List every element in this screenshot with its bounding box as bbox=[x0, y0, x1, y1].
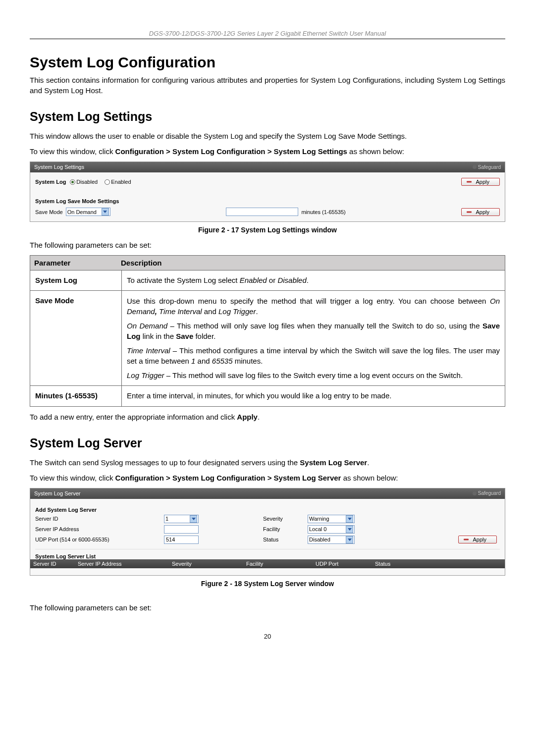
server-list-header: Server ID Server IP Address Severity Fac… bbox=[30, 559, 505, 568]
page-title: System Log Configuration bbox=[30, 54, 505, 71]
status-label: Status bbox=[263, 537, 308, 542]
table-row: Save Mode Use this drop-down menu to spe… bbox=[30, 291, 505, 386]
after-table-note: To add a new entry, enter the appropriat… bbox=[30, 412, 505, 422]
figure1-caption: Figure 2 - 17 System Log Settings window bbox=[30, 226, 505, 234]
server-list-section-label: System Log Server List bbox=[35, 553, 500, 559]
manual-header: DGS-3700-12/DGS-3700-12G Series Layer 2 … bbox=[30, 30, 505, 39]
save-mode-label: Save Mode bbox=[35, 209, 63, 215]
page-number: 20 bbox=[30, 633, 505, 640]
server-ip-label: Server IP Address bbox=[35, 526, 164, 532]
severity-select[interactable]: Warning bbox=[308, 515, 355, 523]
table-row: System Log To activate the System Log se… bbox=[30, 270, 505, 291]
params-intro-2: The following parameters can be set: bbox=[30, 602, 505, 613]
system-log-server-window: System Log Server Safeguard Add System L… bbox=[30, 488, 505, 576]
parameter-table-1: ParameterDescription System Log To activ… bbox=[30, 255, 505, 407]
add-server-section-label: Add System Log Server bbox=[35, 507, 500, 513]
window-title-bar: System Log Server Safeguard bbox=[30, 488, 505, 499]
server-ip-input[interactable] bbox=[164, 525, 199, 534]
window-title: System Log Server bbox=[34, 490, 81, 496]
apply-button-save-mode[interactable]: Apply bbox=[461, 208, 500, 216]
udp-port-input[interactable] bbox=[164, 536, 199, 544]
params-intro: The following parameters can be set: bbox=[30, 240, 505, 250]
table-row: Minutes (1-65535) Enter a time interval,… bbox=[30, 386, 505, 406]
chevron-down-icon bbox=[346, 515, 353, 523]
chevron-down-icon bbox=[102, 208, 109, 216]
intro-paragraph: This section contains information for co… bbox=[30, 75, 505, 96]
facility-select[interactable]: Local 0 bbox=[308, 525, 355, 534]
chevron-down-icon bbox=[346, 526, 353, 533]
safeguard-badge: Safeguard bbox=[473, 490, 501, 496]
server-id-select[interactable]: 1 bbox=[164, 515, 199, 523]
udp-port-label: UDP Port (514 or 6000-65535) bbox=[35, 537, 164, 542]
section2-p2: To view this window, click Configuration… bbox=[30, 473, 505, 483]
chevron-down-icon bbox=[190, 515, 197, 523]
minutes-input[interactable] bbox=[226, 208, 298, 216]
apply-button-server[interactable]: Apply bbox=[458, 536, 497, 543]
section1-p1: This window allows the user to enable or… bbox=[30, 131, 505, 141]
save-mode-select[interactable]: On Demand bbox=[66, 208, 110, 216]
safeguard-icon bbox=[473, 165, 477, 169]
window-title-bar: System Log Settings Safeguard bbox=[30, 162, 505, 172]
save-mode-section-label: System Log Save Mode Settings bbox=[35, 198, 500, 204]
param-header: ParameterDescription bbox=[30, 256, 505, 270]
section1-p2: To view this window, click Configuration… bbox=[30, 146, 505, 157]
facility-label: Facility bbox=[263, 526, 308, 532]
section-heading-settings: System Log Settings bbox=[30, 109, 505, 124]
safeguard-icon bbox=[473, 491, 477, 495]
radio-enabled[interactable]: Enabled bbox=[105, 179, 131, 185]
window-title: System Log Settings bbox=[34, 164, 84, 170]
status-select[interactable]: Disabled bbox=[308, 536, 355, 544]
section2-p1: The Switch can send Syslog messages to u… bbox=[30, 457, 505, 468]
safeguard-badge: Safeguard bbox=[473, 164, 501, 170]
minutes-hint: minutes (1-65535) bbox=[301, 209, 345, 215]
chevron-down-icon bbox=[346, 536, 353, 543]
server-id-label: Server ID bbox=[35, 516, 164, 522]
radio-disabled[interactable]: Disabled bbox=[70, 179, 98, 185]
system-log-settings-window: System Log Settings Safeguard System Log… bbox=[30, 162, 505, 222]
figure2-caption: Figure 2 - 18 System Log Server window bbox=[30, 580, 505, 588]
system-log-label: System Log bbox=[35, 179, 66, 185]
apply-button[interactable]: Apply bbox=[461, 178, 500, 186]
section-heading-server: System Log Server bbox=[30, 436, 505, 450]
severity-label: Severity bbox=[263, 516, 308, 522]
